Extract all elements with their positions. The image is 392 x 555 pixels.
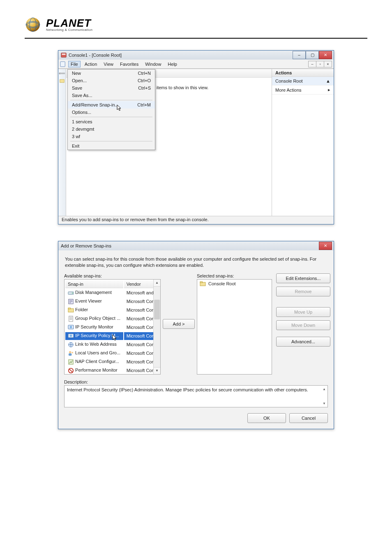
snapin-name: Performance Monitor bbox=[75, 368, 118, 372]
snapin-name: Disk Management bbox=[75, 290, 112, 295]
snapin-name: Event Viewer bbox=[75, 298, 102, 303]
file-menu-save[interactable]: SaveCtrl+S bbox=[68, 84, 155, 92]
dlg-intro: You can select snap-ins for this console… bbox=[65, 256, 327, 268]
menu-window[interactable]: Window bbox=[143, 61, 164, 67]
dlg-close-button[interactable]: ✕ bbox=[319, 242, 332, 250]
snapin-name: Local Users and Gro... bbox=[75, 350, 120, 355]
close-button[interactable]: ✕ bbox=[319, 51, 332, 59]
svg-rect-5 bbox=[60, 61, 65, 66]
actions-root-label: Console Root bbox=[275, 79, 303, 83]
planet-globe-icon bbox=[25, 16, 41, 33]
snapin-icon bbox=[68, 324, 74, 331]
nav-back-forward: ⟸ bbox=[58, 69, 66, 216]
mdi-restore-button[interactable]: ▫ bbox=[316, 61, 324, 67]
svg-point-0 bbox=[26, 18, 40, 32]
actions-more-actions[interactable]: More Actions ▸ bbox=[272, 86, 334, 95]
menu-file[interactable]: File bbox=[68, 61, 81, 67]
selected-snapins-list[interactable]: Console Root bbox=[197, 279, 272, 375]
mmc-titlebar[interactable]: Console1 - [Console Root] – ▢ ✕ bbox=[58, 51, 334, 60]
move-up-button[interactable]: Move Up bbox=[276, 307, 330, 317]
dlg-titlebar[interactable]: Add or Remove Snap-ins ✕ bbox=[58, 241, 334, 250]
available-row[interactable]: NAP Client Configur...Microsoft Cor... bbox=[65, 358, 160, 366]
available-row[interactable]: Event ViewerMicrosoft Cor... bbox=[65, 298, 160, 305]
folder-icon bbox=[200, 281, 206, 287]
maximize-button[interactable]: ▢ bbox=[306, 51, 319, 59]
dlg-title: Add or Remove Snap-ins bbox=[61, 243, 319, 248]
file-menu-saveas[interactable]: Save As... bbox=[68, 92, 155, 99]
brand-name: PLANET bbox=[46, 18, 92, 28]
svg-rect-12 bbox=[69, 316, 73, 321]
move-down-button[interactable]: Move Down bbox=[276, 320, 330, 330]
status-text: Enables you to add snap-ins to or remove… bbox=[62, 217, 209, 223]
available-row[interactable]: Local Users and Gro...Microsoft Cor... bbox=[65, 349, 160, 357]
mdi-minimize-button[interactable]: – bbox=[308, 61, 316, 67]
menu-action[interactable]: Action bbox=[82, 61, 100, 67]
menu-view[interactable]: View bbox=[101, 61, 116, 67]
file-menu-dropdown: NewCtrl+N Open...Ctrl+O SaveCtrl+S Save … bbox=[67, 69, 155, 150]
mmc-window: Console1 - [Console Root] – ▢ ✕ File Act… bbox=[58, 50, 334, 224]
snapin-name: Group Policy Object ... bbox=[75, 316, 120, 321]
actions-console-root[interactable]: Console Root ▲ bbox=[272, 77, 334, 86]
file-menu-exit[interactable]: Exit bbox=[68, 142, 155, 150]
selected-label: Selected snap-ins: bbox=[197, 273, 272, 278]
svg-point-18 bbox=[69, 351, 71, 354]
cancel-button[interactable]: Cancel bbox=[289, 413, 328, 423]
available-row[interactable]: IP Security MonitorMicrosoft Cor... bbox=[65, 324, 160, 331]
mdi-close-button[interactable]: × bbox=[324, 61, 332, 67]
snapin-icon bbox=[68, 350, 74, 356]
file-menu-recent-1[interactable]: 1 services bbox=[68, 118, 155, 125]
svg-point-16 bbox=[70, 334, 72, 337]
snapin-name: IP Security Policy M... bbox=[75, 333, 119, 338]
file-menu-open[interactable]: Open...Ctrl+O bbox=[68, 77, 155, 84]
mmc-title: Console1 - [Console Root] bbox=[69, 53, 293, 58]
file-menu-add-remove-snapin[interactable]: Add/Remove Snap-in...Ctrl+M bbox=[68, 101, 155, 109]
minimize-button[interactable]: – bbox=[293, 51, 306, 59]
snapin-icon bbox=[68, 342, 74, 348]
add-button[interactable]: Add > bbox=[163, 319, 195, 329]
actions-pane-title: Actions bbox=[272, 69, 334, 77]
snapin-icon bbox=[68, 316, 74, 322]
brand-tagline: Networking & Communication bbox=[46, 28, 92, 32]
selected-root-item[interactable]: Console Root bbox=[197, 280, 272, 288]
snapins-dialog: Add or Remove Snap-ins ✕ You can select … bbox=[58, 241, 334, 429]
scrollbar[interactable]: ▲ ▼ bbox=[153, 280, 160, 374]
file-menu-recent-2[interactable]: 2 devmgmt bbox=[68, 125, 155, 133]
scroll-down-icon[interactable]: ▼ bbox=[154, 367, 160, 374]
mmc-app-icon bbox=[61, 52, 67, 58]
selected-root-label: Console Root bbox=[208, 281, 236, 286]
svg-point-8 bbox=[72, 293, 73, 294]
status-bar: Enables you to add snap-ins to or remove… bbox=[58, 216, 334, 224]
menu-favorites[interactable]: Favorites bbox=[118, 61, 141, 67]
scroll-thumb[interactable] bbox=[154, 300, 160, 319]
available-label: Available snap-ins: bbox=[64, 273, 161, 278]
chevron-up-icon: ▲ bbox=[326, 79, 330, 83]
snapin-icon bbox=[68, 359, 74, 365]
available-row[interactable]: Link to Web AddressMicrosoft Cor... bbox=[65, 341, 160, 349]
svg-rect-6 bbox=[60, 79, 65, 83]
advanced-button[interactable]: Advanced... bbox=[276, 337, 330, 347]
available-row[interactable]: Group Policy Object ...Microsoft Cor... bbox=[65, 315, 160, 323]
file-menu-options[interactable]: Options... bbox=[68, 109, 155, 116]
file-menu-recent-3[interactable]: 3 wf bbox=[68, 133, 155, 140]
scroll-up-icon[interactable]: ▲ bbox=[154, 280, 160, 287]
actions-more-label: More Actions bbox=[275, 88, 302, 92]
scroll-up-icon: ▲ bbox=[323, 387, 326, 391]
col-vendor[interactable]: Vendor bbox=[127, 282, 141, 287]
divider bbox=[25, 38, 367, 39]
chevron-right-icon: ▸ bbox=[328, 87, 330, 92]
menu-help[interactable]: Help bbox=[165, 61, 180, 67]
remove-button[interactable]: Remove bbox=[276, 287, 330, 296]
available-row[interactable]: Performance MonitorMicrosoft Cor... bbox=[65, 367, 160, 375]
available-snapins-list[interactable]: Snap-in Vendor▲ Disk ManagementMicrosoft… bbox=[64, 279, 161, 375]
mdi-doc-icon bbox=[60, 61, 66, 67]
edit-extensions-button[interactable]: Edit Extensions... bbox=[276, 273, 330, 283]
menubar: File Action View Favorites Window Help –… bbox=[58, 60, 334, 69]
nav-back-icon[interactable]: ⟸ bbox=[59, 71, 65, 76]
available-row[interactable]: Disk ManagementMicrosoft and... bbox=[65, 289, 160, 297]
available-row[interactable]: FolderMicrosoft Cor... bbox=[65, 306, 160, 314]
ok-button[interactable]: OK bbox=[247, 413, 286, 423]
snapin-icon bbox=[68, 298, 74, 305]
file-menu-new[interactable]: NewCtrl+N bbox=[68, 69, 155, 77]
available-row[interactable]: IP Security Policy M...Microsoft Cor... bbox=[65, 332, 160, 340]
col-snapin[interactable]: Snap-in bbox=[68, 282, 83, 287]
